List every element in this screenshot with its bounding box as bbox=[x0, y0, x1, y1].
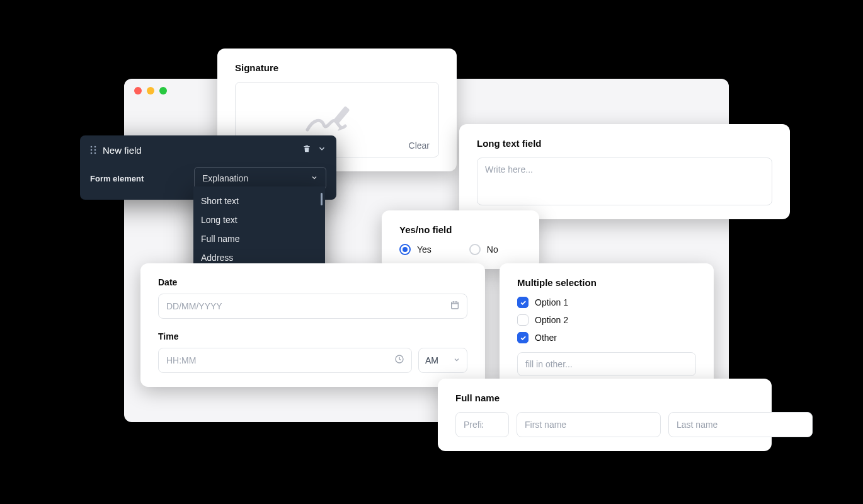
radio-icon bbox=[399, 244, 411, 255]
svg-point-3 bbox=[94, 146, 96, 148]
last-name-input[interactable] bbox=[668, 412, 813, 437]
full-name-title: Full name bbox=[455, 392, 754, 403]
multi-select-card: Multiple selection Option 1 Option 2 Oth… bbox=[500, 263, 714, 390]
radio-icon bbox=[469, 244, 481, 255]
chevron-down-icon bbox=[311, 173, 318, 183]
full-name-card: Full name bbox=[438, 379, 772, 451]
checkbox-other[interactable]: Other bbox=[517, 332, 696, 343]
new-field-title: New field bbox=[103, 145, 296, 156]
ampm-value: AM bbox=[425, 355, 438, 365]
first-name-input[interactable] bbox=[517, 412, 661, 437]
svg-rect-0 bbox=[333, 106, 350, 124]
form-element-label: Form element bbox=[90, 174, 188, 183]
signature-title: Signature bbox=[235, 62, 439, 73]
svg-point-4 bbox=[91, 149, 93, 151]
svg-point-7 bbox=[94, 152, 96, 154]
checkbox-icon bbox=[517, 314, 529, 326]
multi-select-title: Multiple selection bbox=[517, 277, 696, 288]
date-input[interactable] bbox=[158, 294, 467, 319]
radio-no[interactable]: No bbox=[469, 244, 498, 255]
close-window-icon[interactable] bbox=[134, 87, 142, 94]
checkbox-label: Other bbox=[535, 333, 557, 343]
other-input[interactable] bbox=[517, 352, 696, 376]
yes-no-title: Yes/no field bbox=[399, 224, 522, 235]
time-input[interactable] bbox=[158, 348, 412, 373]
radio-yes[interactable]: Yes bbox=[399, 244, 432, 255]
svg-point-2 bbox=[91, 146, 93, 148]
signature-icon bbox=[302, 100, 372, 140]
option-full-name[interactable]: Full name bbox=[193, 229, 325, 248]
svg-point-6 bbox=[91, 152, 93, 154]
clear-button[interactable]: Clear bbox=[409, 140, 430, 151]
radio-yes-label: Yes bbox=[417, 244, 432, 255]
long-text-input[interactable]: Write here... bbox=[477, 158, 772, 205]
drag-handle-icon[interactable] bbox=[90, 146, 96, 154]
trash-icon[interactable] bbox=[302, 144, 311, 156]
prefix-input[interactable] bbox=[455, 412, 509, 437]
maximize-window-icon[interactable] bbox=[159, 87, 167, 94]
checkbox-option-1[interactable]: Option 1 bbox=[517, 297, 696, 308]
form-element-selected: Explanation bbox=[202, 173, 248, 183]
date-time-card: Date Time AM bbox=[140, 263, 485, 387]
calendar-icon[interactable] bbox=[450, 300, 460, 312]
chevron-down-icon[interactable] bbox=[317, 144, 326, 156]
long-text-card: Long text field Write here... bbox=[459, 124, 790, 219]
checkbox-option-2[interactable]: Option 2 bbox=[517, 314, 696, 326]
option-long-text[interactable]: Long text bbox=[193, 210, 325, 229]
svg-rect-8 bbox=[452, 302, 459, 309]
checkbox-icon bbox=[517, 332, 529, 343]
checkbox-label: Option 2 bbox=[535, 315, 568, 325]
time-label: Time bbox=[158, 331, 467, 341]
chevron-down-icon bbox=[453, 355, 460, 365]
ampm-select[interactable]: AM bbox=[418, 348, 467, 373]
svg-point-5 bbox=[94, 149, 96, 151]
radio-no-label: No bbox=[487, 244, 498, 255]
minimize-window-icon[interactable] bbox=[147, 87, 154, 94]
yes-no-card: Yes/no field Yes No bbox=[382, 210, 539, 269]
long-text-title: Long text field bbox=[477, 138, 772, 149]
option-short-text[interactable]: Short text bbox=[193, 192, 325, 210]
date-label: Date bbox=[158, 277, 467, 287]
checkbox-icon bbox=[517, 297, 529, 308]
clock-icon[interactable] bbox=[394, 354, 404, 367]
checkbox-label: Option 1 bbox=[535, 297, 568, 307]
